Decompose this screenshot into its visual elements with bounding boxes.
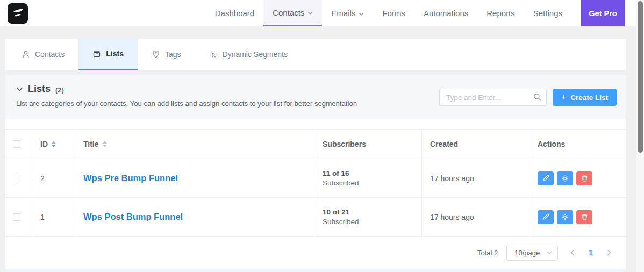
nav-item-reports[interactable]: Reports [477,0,524,26]
cell-id: 2 [32,159,75,198]
next-section-edge [5,269,626,272]
nav-item-emails[interactable]: Emails [322,0,373,26]
top-bar: Dashboard Contacts Emails Forms Automati… [0,0,644,27]
sort-carets-title [103,141,107,147]
create-list-button[interactable]: + Create List [553,89,617,106]
plus-icon: + [561,92,566,102]
tag-icon [152,50,160,59]
edit-button[interactable] [538,210,554,224]
nav-item-contacts[interactable]: Contacts [263,0,322,26]
sort-desc-caret[interactable] [52,145,56,147]
edit-button[interactable] [538,171,554,185]
chevron-down-icon [359,12,364,16]
pencil-icon [542,213,549,220]
archive-icon [92,49,101,58]
lists-section-header: Lists (2) List are categories of your co… [5,75,626,119]
total-count: Total 2 [477,249,498,257]
table-header-row: ID Title Subscribers Created Actions [5,129,626,159]
column-header-actions: Actions [529,129,626,159]
sort-asc-caret[interactable] [103,141,107,144]
cell-id: 1 [32,198,75,237]
nav-item-forms[interactable]: Forms [373,0,414,26]
next-page-button[interactable] [600,249,618,256]
sort-asc-caret[interactable] [52,141,56,144]
search-icon[interactable] [533,93,541,101]
list-title-link[interactable]: Wps Post Bump Funnel [83,212,183,222]
nav-item-automations[interactable]: Automations [414,0,477,26]
cell-subscribers: 10 of 21 Subscribed [314,198,422,237]
select-all-checkbox[interactable] [13,140,20,148]
cell-subscribers: 11 of 16 Subscribed [314,159,422,198]
row-checkbox[interactable] [13,213,20,221]
get-pro-button[interactable]: Get Pro [581,0,625,26]
row-checkbox[interactable] [13,175,20,182]
chip-icon [209,50,218,59]
chevron-left-icon [570,249,575,256]
column-header-title[interactable]: Title [75,129,314,159]
prev-page-button[interactable] [563,249,582,256]
lists-table: ID Title Subscribers Created Actions [5,119,626,269]
collapse-chevron-icon [16,87,23,91]
table-row: 2 Wps Pre Bump Funnel 11 of 16 Subscribe… [5,159,626,198]
nav-item-dashboard[interactable]: Dashboard [206,0,263,26]
nav-item-settings[interactable]: Settings [524,0,571,26]
table-row: 1 Wps Post Bump Funnel 10 of 21 Subscrib… [5,198,626,237]
scrollbar-thumb[interactable] [638,1,643,153]
settings-button[interactable] [557,210,573,224]
column-header-created: Created [422,129,529,159]
person-icon [22,50,30,59]
tab-lists[interactable]: Lists [78,39,138,70]
tab-tags[interactable]: Tags [138,39,195,70]
page-number[interactable]: 1 [582,248,600,257]
tab-dynamic-segments[interactable]: Dynamic Segments [195,39,302,70]
fluentcrm-logo-icon[interactable] [8,3,28,24]
sort-desc-caret[interactable] [103,145,107,147]
chevron-down-icon [547,251,552,254]
sub-tabs-bar: Contacts Lists Tags Dynamic Segments [5,39,626,70]
scrollbar-track[interactable] [636,0,644,272]
page-title: Lists [28,83,51,95]
column-header-id[interactable]: ID [32,129,75,159]
pencil-icon [542,175,549,182]
cell-created: 17 hours ago [422,159,529,198]
sort-carets-id [52,141,56,147]
table-footer: Total 2 10/page 1 [5,237,626,269]
list-title-link[interactable]: Wps Pre Bump Funnel [83,173,178,183]
settings-button[interactable] [557,171,573,185]
page-size-select[interactable]: 10/page [506,245,558,261]
pagination: 1 [563,248,618,257]
trash-icon [581,175,588,182]
delete-button[interactable] [576,210,592,224]
gear-icon [561,213,569,221]
chevron-down-icon [307,11,313,15]
gear-icon [561,175,569,182]
top-nav: Dashboard Contacts Emails Forms Automati… [206,0,644,26]
trash-icon [581,213,588,220]
column-header-subscribers: Subscribers [314,129,422,159]
cell-created: 17 hours ago [422,198,529,237]
list-count-badge: (2) [55,84,64,94]
search-input[interactable] [439,89,547,106]
delete-button[interactable] [576,171,592,185]
tab-contacts[interactable]: Contacts [8,39,78,70]
chevron-right-icon [607,249,611,256]
